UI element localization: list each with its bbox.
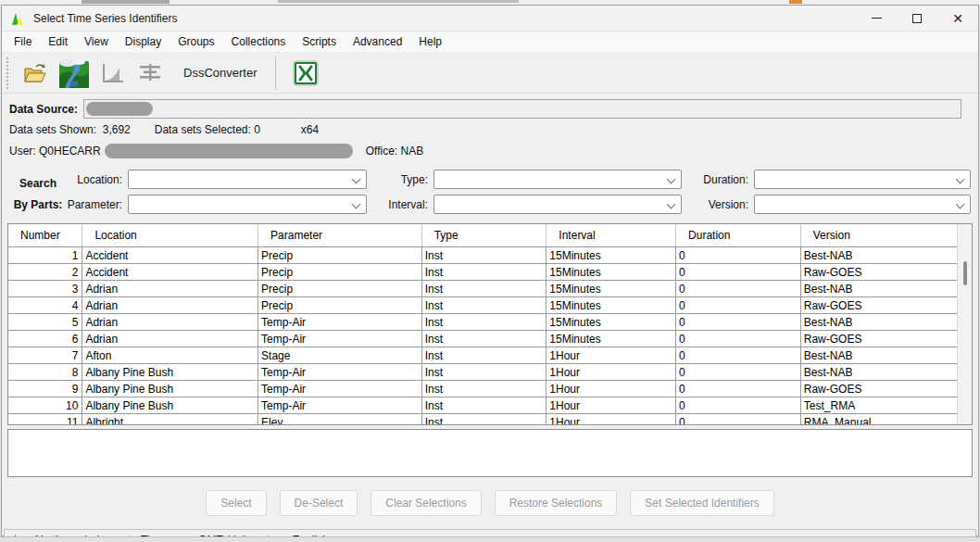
cell-duration[interactable]: 0	[676, 281, 801, 297]
menu-item[interactable]: View	[76, 32, 117, 51]
cell-location[interactable]: Albany Pine Bush	[82, 381, 258, 397]
cell-parameter[interactable]: Stage	[258, 347, 422, 364]
parameter-dropdown[interactable]	[128, 195, 367, 214]
cell-version[interactable]: Best-NAB	[800, 247, 957, 264]
cell-number[interactable]: 9	[8, 381, 82, 397]
cell-version[interactable]: Best-NAB	[800, 281, 957, 297]
action-button[interactable]: De-Select	[280, 490, 358, 516]
action-button[interactable]: Set Selected Identifiers	[630, 490, 773, 516]
data-source-field[interactable]	[83, 99, 961, 119]
table-row[interactable]: 11 Albright Elev Inst 1Hour 0 RMA_Manual	[8, 414, 957, 425]
cell-parameter[interactable]: Precip	[258, 297, 422, 314]
column-header[interactable]: Parameter	[258, 224, 422, 247]
table-row[interactable]: 9 Albany Pine Bush Temp-Air Inst 1Hour 0…	[8, 381, 957, 397]
cell-location[interactable]: Adrian	[82, 297, 258, 314]
menu-item[interactable]: Advanced	[345, 32, 410, 51]
cell-number[interactable]: 10	[8, 397, 82, 414]
table-row[interactable]: 2 Accident Precip Inst 15Minutes 0 Raw-G…	[8, 264, 957, 281]
cell-interval[interactable]: 15Minutes	[547, 264, 676, 281]
cell-version[interactable]: Raw-GOES	[800, 264, 957, 281]
cell-parameter[interactable]: Temp-Air	[258, 314, 422, 331]
cell-number[interactable]: 8	[8, 364, 82, 381]
cell-parameter[interactable]: Elev	[258, 414, 422, 425]
menu-item[interactable]: Display	[117, 32, 170, 51]
cell-parameter[interactable]: Precip	[258, 281, 422, 297]
close-button[interactable]: ✕	[937, 6, 978, 31]
cell-interval[interactable]: 15Minutes	[547, 297, 676, 314]
cell-parameter[interactable]: Temp-Air	[258, 381, 422, 397]
menu-item[interactable]: Edit	[40, 32, 76, 51]
cell-location[interactable]: Albany Pine Bush	[82, 397, 258, 414]
table-row[interactable]: 6 Adrian Temp-Air Inst 15Minutes 0 Raw-G…	[8, 331, 957, 347]
type-dropdown[interactable]	[433, 170, 682, 189]
cell-version[interactable]: Raw-GOES	[800, 297, 957, 314]
column-header[interactable]: Location	[82, 224, 258, 247]
cell-version[interactable]: Test_RMA	[800, 397, 957, 414]
cell-version[interactable]: Raw-GOES	[800, 381, 957, 397]
table-row[interactable]: 3 Adrian Precip Inst 15Minutes 0 Best-NA…	[8, 281, 957, 297]
cell-location[interactable]: Adrian	[82, 331, 258, 347]
menu-item[interactable]: Scripts	[294, 32, 345, 51]
menu-item[interactable]: File	[6, 32, 40, 51]
cell-number[interactable]: 4	[8, 297, 82, 314]
column-header[interactable]: Number	[8, 224, 82, 247]
location-dropdown[interactable]	[128, 170, 367, 189]
cell-type[interactable]: Inst	[421, 264, 547, 281]
selected-identifiers-box[interactable]	[7, 429, 973, 477]
scrollbar-thumb[interactable]	[963, 261, 967, 285]
table-row[interactable]: 5 Adrian Temp-Air Inst 15Minutes 0 Best-…	[8, 314, 957, 331]
open-catalog-icon[interactable]	[57, 57, 91, 90]
cell-location[interactable]: Albright	[82, 414, 258, 425]
cell-version[interactable]: Best-NAB	[800, 364, 957, 381]
cell-version[interactable]: Best-NAB	[800, 314, 957, 331]
cell-parameter[interactable]: Temp-Air	[258, 397, 422, 414]
cell-interval[interactable]: 1Hour	[547, 364, 676, 381]
cell-type[interactable]: Inst	[421, 314, 547, 331]
cell-number[interactable]: 3	[8, 281, 82, 297]
cell-version[interactable]: Raw-GOES	[800, 331, 957, 347]
cell-version[interactable]: Best-NAB	[800, 347, 957, 364]
cell-type[interactable]: Inst	[421, 364, 547, 381]
cell-location[interactable]: Albany Pine Bush	[82, 364, 258, 381]
menu-item[interactable]: Collections	[223, 32, 295, 51]
cell-parameter[interactable]: Temp-Air	[258, 331, 422, 347]
open-file-icon[interactable]	[20, 58, 50, 88]
cell-type[interactable]: Inst	[421, 281, 547, 297]
cell-number[interactable]: 2	[8, 264, 82, 281]
cell-duration[interactable]: 0	[676, 414, 801, 425]
cell-interval[interactable]: 15Minutes	[547, 247, 676, 264]
cell-interval[interactable]: 1Hour	[547, 414, 676, 425]
table-row[interactable]: 8 Albany Pine Bush Temp-Air Inst 1Hour 0…	[8, 364, 957, 381]
cell-duration[interactable]: 0	[676, 397, 801, 414]
cell-type[interactable]: Inst	[421, 397, 547, 414]
cell-interval[interactable]: 15Minutes	[547, 314, 676, 331]
cell-interval[interactable]: 1Hour	[547, 381, 676, 397]
column-header[interactable]: Type	[421, 224, 547, 247]
cell-type[interactable]: Inst	[421, 381, 547, 397]
menu-item[interactable]: Groups	[170, 32, 222, 51]
cell-duration[interactable]: 0	[676, 331, 801, 347]
cell-number[interactable]: 1	[8, 247, 82, 264]
cell-duration[interactable]: 0	[676, 381, 801, 397]
table-row[interactable]: 1 Accident Precip Inst 15Minutes 0 Best-…	[8, 247, 957, 264]
cell-number[interactable]: 7	[8, 347, 82, 364]
action-button[interactable]: Restore Selections	[495, 490, 618, 516]
interval-dropdown[interactable]	[433, 195, 682, 214]
plot-icon[interactable]	[98, 58, 128, 88]
minimize-button[interactable]	[856, 6, 897, 31]
cell-interval[interactable]: 15Minutes	[547, 281, 676, 297]
column-header[interactable]: Duration	[676, 224, 801, 247]
cell-parameter[interactable]: Temp-Air	[258, 364, 422, 381]
cell-parameter[interactable]: Precip	[258, 264, 422, 281]
cell-interval[interactable]: 1Hour	[547, 347, 676, 364]
cell-duration[interactable]: 0	[676, 347, 801, 364]
toolbar-gripper[interactable]	[6, 57, 9, 89]
column-header[interactable]: Version	[800, 224, 957, 247]
cell-duration[interactable]: 0	[676, 247, 801, 264]
cell-parameter[interactable]: Precip	[258, 247, 422, 264]
cell-location[interactable]: Afton	[82, 347, 258, 364]
maximize-button[interactable]	[897, 6, 937, 31]
cell-location[interactable]: Adrian	[82, 281, 258, 297]
duration-dropdown[interactable]	[754, 170, 971, 189]
cell-location[interactable]: Accident	[82, 247, 258, 264]
